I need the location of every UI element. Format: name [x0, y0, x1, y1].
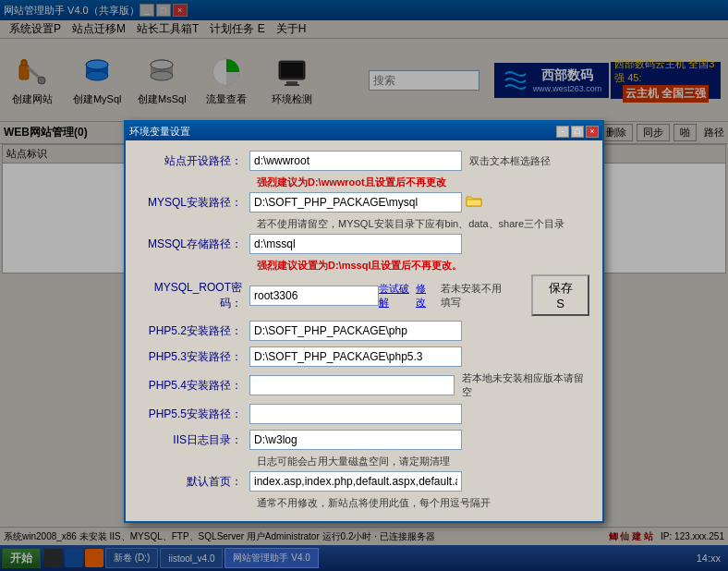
- modal-close-btn[interactable]: ×: [586, 126, 599, 138]
- field-site-path-row: 站点开设路径： 双击文本框选路径: [139, 150, 589, 172]
- label-mysql-root: MYSQL_ROOT密码：: [139, 280, 249, 311]
- label-php52: PHP5.2安装路径：: [139, 323, 249, 339]
- modal-title-bar: 环境变量设置 - □ ×: [126, 122, 602, 140]
- modal-minimize-btn[interactable]: -: [556, 126, 569, 138]
- modify-link[interactable]: 修改: [416, 282, 431, 310]
- try-crack-link[interactable]: 尝试破解: [379, 282, 410, 310]
- folder-icon[interactable]: [466, 194, 482, 212]
- hint-mysql: 若不使用请留空，MYSQL安装目录下应有bin、data、share三个目录: [257, 217, 564, 231]
- modal-overlay: 环境变量设置 - □ × 站点开设路径： 双击文本框选路径 强烈建议为D:\ww…: [0, 0, 728, 571]
- field-default-page-row: 默认首页：: [139, 470, 589, 492]
- hint-mssql: 强烈建议设置为D:\mssql且设置后不再更改。: [257, 259, 462, 273]
- input-mysql-path[interactable]: [249, 192, 462, 213]
- input-mssql-path[interactable]: [249, 234, 462, 254]
- field-php55-row: PHP5.5安装路径：: [139, 403, 589, 425]
- label-iis-log: IIS日志目录：: [139, 432, 249, 448]
- modal-maximize-btn[interactable]: □: [571, 126, 584, 138]
- input-php55[interactable]: [249, 404, 462, 424]
- hint-default-page-row: 通常不用修改，新站点将使用此值，每个用逗号隔开: [139, 496, 589, 510]
- label-default-page: 默认首页：: [139, 474, 249, 490]
- field-mysql-root-row: MYSQL_ROOT密码： 尝试破解 修改 若未安装不用填写 保存S: [139, 274, 589, 316]
- note-php54: 若本地未安装相应版本请留空: [462, 371, 589, 399]
- modal-body: 站点开设路径： 双击文本框选路径 强烈建议为D:\wwwroot且设置后不再更改…: [126, 140, 602, 521]
- label-mysql-path: MYSQL安装路径：: [139, 195, 249, 211]
- input-php53[interactable]: [249, 346, 462, 367]
- svg-rect-19: [467, 200, 481, 206]
- field-php54-row: PHP5.4安装路径： 若本地未安装相应版本请留空: [139, 371, 589, 399]
- field-mysql-path-row: MYSQL安装路径：: [139, 191, 589, 213]
- modal-title: 环境变量设置: [129, 125, 554, 139]
- main-window: 网站管理助手 V4.0（共享版） _ □ × 系统设置P 站点迁移M 站长工具箱…: [0, 0, 728, 571]
- input-mysql-root[interactable]: [249, 286, 379, 306]
- label-site-path: 站点开设路径：: [139, 153, 249, 169]
- input-iis-log[interactable]: [249, 430, 462, 450]
- hint-mysql-row: 若不使用请留空，MYSQL安装目录下应有bin、data、share三个目录: [139, 217, 589, 231]
- hint-site-path-row: 强烈建议为D:\wwwroot且设置后不再更改: [139, 176, 589, 189]
- field-mssql-path-row: MSSQL存储路径：: [139, 233, 589, 255]
- input-php52[interactable]: [249, 321, 462, 341]
- label-php55: PHP5.5安装路径：: [139, 407, 249, 422]
- hint-iis-row: 日志可能会占用大量磁盘空间，请定期清理: [139, 455, 589, 468]
- env-modal: 环境变量设置 - □ × 站点开设路径： 双击文本框选路径 强烈建议为D:\ww…: [124, 120, 604, 523]
- field-iis-log-row: IIS日志目录：: [139, 429, 589, 451]
- label-mssql-path: MSSQL存储路径：: [139, 237, 249, 252]
- label-php53: PHP5.3安装路径：: [139, 349, 249, 365]
- input-php54[interactable]: [249, 375, 455, 395]
- save-button[interactable]: 保存S: [531, 274, 589, 316]
- input-default-page[interactable]: [249, 471, 462, 492]
- note-site-path: 双击文本框选路径: [469, 154, 551, 168]
- hint-mssql-row: 强烈建议设置为D:\mssql且设置后不再更改。: [139, 259, 589, 273]
- field-php52-row: PHP5.2安装路径：: [139, 320, 589, 342]
- label-php54: PHP5.4安装路径：: [139, 378, 249, 394]
- hint-iis: 日志可能会占用大量磁盘空间，请定期清理: [257, 455, 450, 468]
- note-mysql-root: 若未安装不用填写: [441, 282, 504, 310]
- input-site-path[interactable]: [249, 151, 462, 171]
- hint-default-page: 通常不用修改，新站点将使用此值，每个用逗号隔开: [257, 496, 491, 510]
- field-php53-row: PHP5.3安装路径：: [139, 346, 589, 368]
- hint-site-path: 强烈建议为D:\wwwroot且设置后不再更改: [257, 176, 446, 189]
